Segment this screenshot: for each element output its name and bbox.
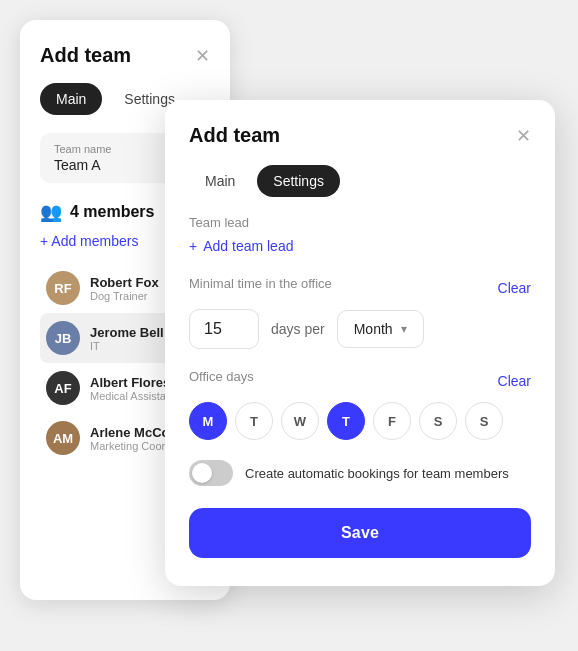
- clear-minimal-time-button[interactable]: Clear: [498, 280, 531, 296]
- fg-tabs: Main Settings: [189, 165, 531, 197]
- fg-modal-header: Add team ✕: [189, 124, 531, 147]
- bg-modal-header: Add team ✕: [40, 44, 210, 67]
- member-role-af: Medical Assistant: [90, 390, 175, 402]
- days-per-label: days per: [271, 321, 325, 337]
- team-lead-label: Team lead: [189, 215, 531, 230]
- period-value: Month: [354, 321, 393, 337]
- day-friday[interactable]: F: [373, 402, 411, 440]
- office-days-row: Office days Clear: [189, 369, 531, 392]
- member-info-jb: Jerome Bell IT: [90, 325, 164, 352]
- avatar-rf: RF: [46, 271, 80, 305]
- members-icon: 👥: [40, 201, 62, 223]
- member-role-rf: Dog Trainer: [90, 290, 159, 302]
- minimal-time-label: Minimal time in the office: [189, 276, 332, 291]
- member-role-jb: IT: [90, 340, 164, 352]
- bg-tab-main[interactable]: Main: [40, 83, 102, 115]
- days-input[interactable]: [189, 309, 259, 349]
- fg-modal-title: Add team: [189, 124, 280, 147]
- toggle-knob: [192, 463, 212, 483]
- period-select[interactable]: Month ▾: [337, 310, 424, 348]
- fg-close-button[interactable]: ✕: [516, 127, 531, 145]
- day-sunday[interactable]: S: [465, 402, 503, 440]
- clear-office-days-button[interactable]: Clear: [498, 373, 531, 389]
- fg-tab-main[interactable]: Main: [189, 165, 251, 197]
- office-input-row: days per Month ▾: [189, 309, 531, 349]
- plus-icon: +: [189, 238, 197, 254]
- auto-bookings-toggle[interactable]: [189, 460, 233, 486]
- member-name-af: Albert Flores: [90, 375, 175, 390]
- toggle-row: Create automatic bookings for team membe…: [189, 460, 531, 486]
- fg-tab-settings[interactable]: Settings: [257, 165, 340, 197]
- member-name-rf: Robert Fox: [90, 275, 159, 290]
- avatar-af: AF: [46, 371, 80, 405]
- days-row: M T W T F S S: [189, 402, 531, 440]
- avatar-am: AM: [46, 421, 80, 455]
- add-team-lead-label: Add team lead: [203, 238, 293, 254]
- bg-modal-title: Add team: [40, 44, 131, 67]
- members-count: 4 members: [70, 203, 155, 221]
- minimal-time-row: Minimal time in the office Clear: [189, 276, 531, 299]
- save-button[interactable]: Save: [189, 508, 531, 558]
- day-monday[interactable]: M: [189, 402, 227, 440]
- day-saturday[interactable]: S: [419, 402, 457, 440]
- member-info-af: Albert Flores Medical Assistant: [90, 375, 175, 402]
- toggle-label: Create automatic bookings for team membe…: [245, 466, 509, 481]
- foreground-modal: Add team ✕ Main Settings Team lead + Add…: [165, 100, 555, 586]
- member-info-rf: Robert Fox Dog Trainer: [90, 275, 159, 302]
- avatar-jb: JB: [46, 321, 80, 355]
- day-wednesday[interactable]: W: [281, 402, 319, 440]
- bg-close-button[interactable]: ✕: [195, 47, 210, 65]
- day-thursday[interactable]: T: [327, 402, 365, 440]
- member-name-jb: Jerome Bell: [90, 325, 164, 340]
- chevron-down-icon: ▾: [401, 322, 407, 336]
- day-tuesday[interactable]: T: [235, 402, 273, 440]
- office-days-label: Office days: [189, 369, 254, 384]
- add-members-label: + Add members: [40, 233, 138, 249]
- add-team-lead-button[interactable]: + Add team lead: [189, 238, 531, 254]
